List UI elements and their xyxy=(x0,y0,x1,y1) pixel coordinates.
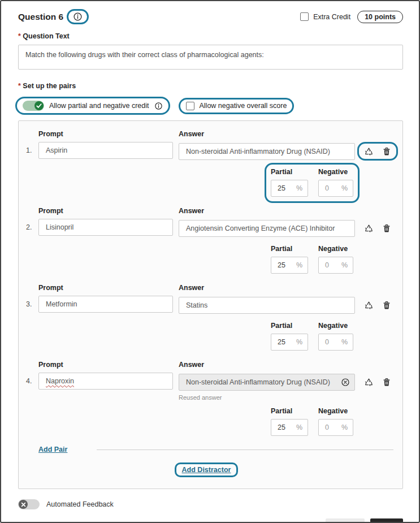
header: Question 6 Extra Credit 10 points xyxy=(18,9,403,24)
delete-pair-icon[interactable] xyxy=(382,377,391,387)
reuse-answer-icon[interactable] xyxy=(364,147,374,156)
annotation-highlight-pair-actions xyxy=(357,142,398,161)
negative-label: Negative xyxy=(318,245,348,253)
reused-answer-field: Non-steroidal Anti-inflammatory Drug (NS… xyxy=(179,374,355,391)
partial-credit-toggle[interactable] xyxy=(23,101,44,111)
partial-input[interactable]: 25 % xyxy=(271,257,308,274)
delete-pair-icon[interactable] xyxy=(382,223,391,233)
negative-input[interactable]: 0 % xyxy=(318,334,353,351)
pair-number: 1. xyxy=(26,129,38,203)
extra-credit-checkbox[interactable] xyxy=(300,12,309,21)
answer-label: Answer xyxy=(179,206,398,216)
delete-pair-icon[interactable] xyxy=(382,300,391,310)
prompt-input[interactable]: Naproxin xyxy=(38,373,173,390)
pair-row-3: 3. Prompt Metformin Answer Statins xyxy=(26,283,398,357)
negative-label: Negative xyxy=(318,168,348,176)
answer-label: Answer xyxy=(179,283,398,293)
answer-input[interactable]: Statins xyxy=(179,297,355,314)
partial-label: Partial xyxy=(271,168,292,176)
pair-row-4: 4. Prompt Naproxin Answer Non-steroidal … xyxy=(26,360,398,442)
prompt-label: Prompt xyxy=(38,129,173,139)
annotation-highlight-partial-credit: Allow partial and negative credit xyxy=(15,97,170,115)
automated-feedback-toggle[interactable] xyxy=(18,499,40,509)
cancel-button[interactable]: Cancel xyxy=(326,518,365,523)
reuse-answer-icon[interactable] xyxy=(364,224,374,233)
save-button[interactable]: Save xyxy=(370,518,404,523)
pair-actions xyxy=(357,219,398,237)
pair-number: 2. xyxy=(26,206,38,280)
reuse-answer-icon[interactable] xyxy=(364,378,374,387)
annotation-highlight-title-info xyxy=(67,9,89,24)
page-title: Question 6 xyxy=(18,12,63,22)
pairs-container: 1. Prompt Aspirin Answer Non-steroidal A… xyxy=(18,120,403,489)
negative-input[interactable]: 0 % xyxy=(318,180,353,197)
pair-options-row: Allow partial and negative credit Allow … xyxy=(15,97,403,115)
info-icon[interactable] xyxy=(154,102,163,110)
info-icon[interactable] xyxy=(73,12,83,21)
partial-label: Partial xyxy=(271,245,292,253)
automated-feedback-row: Automated Feedback xyxy=(18,499,403,509)
reused-answer-caption: Reused answer xyxy=(179,394,398,401)
footer-actions: Cancel Save xyxy=(18,518,403,523)
extra-credit-label: Extra Credit xyxy=(313,13,350,21)
partial-label: Partial xyxy=(271,407,292,415)
add-pair-link[interactable]: Add Pair xyxy=(38,446,67,453)
negative-label: Negative xyxy=(318,322,348,330)
add-distractor-link[interactable]: Add Distractor xyxy=(182,466,231,474)
pairs-footer: Add Pair xyxy=(26,446,398,453)
question-text-label: Question Text xyxy=(18,31,403,41)
answer-label: Answer xyxy=(179,129,398,139)
pair-actions xyxy=(357,296,398,314)
toggle-x-icon xyxy=(19,500,28,509)
setup-pairs-label: Set up the pairs xyxy=(18,81,403,91)
prompt-label: Prompt xyxy=(38,206,173,216)
reuse-answer-icon[interactable] xyxy=(364,301,374,310)
answer-input[interactable]: Non-steroidal Anti-inflammatory Drug (NS… xyxy=(179,143,355,160)
pair-row-1: 1. Prompt Aspirin Answer Non-steroidal A… xyxy=(26,129,398,203)
prompt-input[interactable]: Aspirin xyxy=(38,142,173,159)
distractor-row: Add Distractor xyxy=(15,463,398,477)
negative-overall-score-label: Allow negative overall score xyxy=(200,102,287,110)
pair-number: 3. xyxy=(26,283,38,357)
question-text-input[interactable]: Match the following drugs with their cor… xyxy=(18,45,403,70)
answer-input[interactable]: Angiotensin Converting Enzyme (ACE) Inhi… xyxy=(179,220,355,237)
prompt-label: Prompt xyxy=(38,360,173,370)
points-badge[interactable]: 10 points xyxy=(357,11,403,23)
negative-input[interactable]: 0 % xyxy=(318,257,353,274)
partial-input[interactable]: 25 % xyxy=(271,180,308,197)
automated-feedback-label: Automated Feedback xyxy=(46,500,114,508)
remove-reused-answer-icon[interactable] xyxy=(341,378,350,387)
partial-negative-group: Partial 25 % Negative 0 % xyxy=(265,317,360,357)
negative-label: Negative xyxy=(318,407,348,415)
toggle-check-icon xyxy=(34,101,44,110)
answer-label: Answer xyxy=(179,360,398,370)
partial-negative-group: Partial 25 % Negative 0 % xyxy=(265,240,360,280)
divider xyxy=(97,449,393,450)
annotation-highlight-add-distractor: Add Distractor xyxy=(175,463,239,477)
partial-input[interactable]: 25 % xyxy=(271,334,308,351)
partial-negative-group: Partial 25 % Negative 0 % xyxy=(265,402,360,442)
partial-credit-label: Allow partial and negative credit xyxy=(49,102,149,110)
prompt-label: Prompt xyxy=(38,283,173,293)
annotation-highlight-negative-score: Allow negative overall score xyxy=(179,98,295,114)
pair-number: 4. xyxy=(26,360,38,442)
extra-credit-option: Extra Credit xyxy=(300,12,350,21)
negative-input[interactable]: 0 % xyxy=(318,419,353,436)
negative-overall-score-checkbox[interactable] xyxy=(186,102,194,110)
prompt-input[interactable]: Lisinopril xyxy=(38,219,173,236)
pair-actions xyxy=(357,373,398,391)
question-editor-panel: Question 6 Extra Credit 10 points Questi… xyxy=(0,0,420,523)
pair-row-2: 2. Prompt Lisinopril Answer Angiotensin … xyxy=(26,206,398,280)
delete-pair-icon[interactable] xyxy=(382,146,391,156)
partial-label: Partial xyxy=(271,322,292,330)
prompt-input[interactable]: Metformin xyxy=(38,296,173,313)
partial-input[interactable]: 25 % xyxy=(271,419,308,436)
annotation-highlight-partial-negative: Partial 25 % Negative 0 % xyxy=(265,163,360,203)
